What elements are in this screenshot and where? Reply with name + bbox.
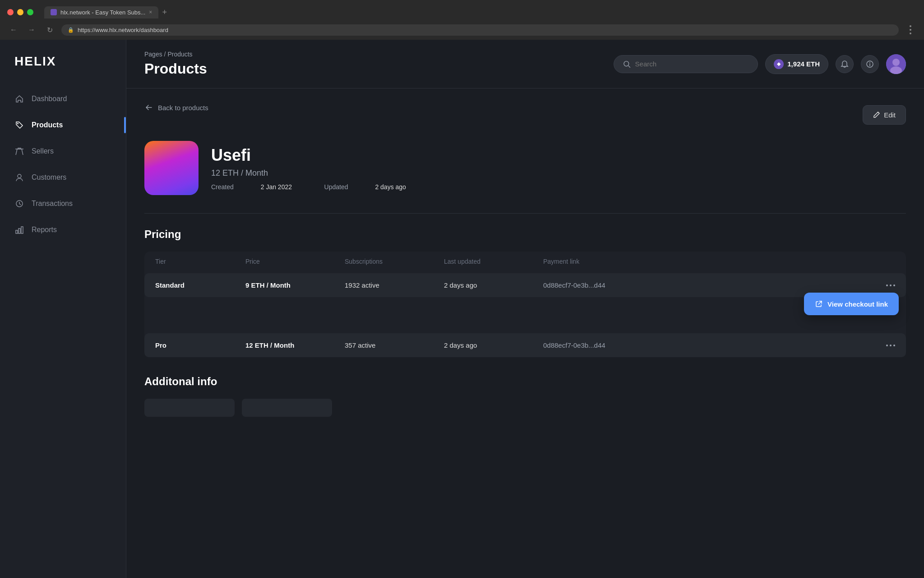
product-details: Usefi 12 ETH / Month Created 2 Jan 2022 … [211,146,406,191]
minimize-window-button[interactable] [17,9,23,15]
new-tab-button[interactable]: + [162,8,167,17]
tag-icon [14,120,24,130]
sidebar-item-sellers[interactable]: Sellers [0,139,126,163]
updated-date: 2 days ago [375,183,406,191]
browser-tabs: hlx.network - Easy Token Subs... × + [0,0,924,20]
breadcrumb-current: Products [167,51,192,58]
back-label: Back to products [158,104,208,112]
browser-menu-button[interactable] [904,23,917,36]
divider [144,213,906,214]
view-checkout-link-popup[interactable]: View checkout link [804,293,899,315]
more-options-standard[interactable] [886,284,895,286]
content-area: Back to products Edit [126,89,924,578]
col-last-updated: Last updated [444,258,543,265]
additional-info-buttons [144,399,906,417]
info-button[interactable] [861,55,879,73]
payment-link-cell: 0d88ecf7-0e3b...d44 [543,281,895,289]
bell-icon [841,60,849,68]
svg-rect-4 [18,228,20,233]
edit-button[interactable]: Edit [863,105,906,125]
product-meta: Created 2 Jan 2022 Updated 2 days ago [211,183,406,191]
eth-balance-badge[interactable]: ◆ 1,924 ETH [765,54,828,74]
browser-tab[interactable]: hlx.network - Easy Token Subs... × [44,6,158,19]
fullscreen-window-button[interactable] [27,9,33,15]
product-image-gradient [144,141,199,195]
col-subscriptions: Subscriptions [345,258,444,265]
header-right: ◆ 1,924 ETH [614,54,906,74]
menu-dot [910,25,911,27]
sidebar-item-products[interactable]: Products [0,113,126,137]
additional-info-placeholder-1 [144,399,235,417]
payment-link-pro: 0d88ecf7-0e3b...d44 [543,341,605,349]
ethereum-icon: ◆ [774,59,784,69]
traffic-lights [7,9,33,15]
tab-close-button[interactable]: × [149,9,152,15]
back-arrow-icon [144,103,153,112]
table-row: Pro 12 ETH / Month 357 active 2 days ago… [144,333,906,357]
product-image [144,141,199,195]
back-to-products-button[interactable]: Back to products [144,103,208,112]
home-icon [14,94,24,104]
table-rows-wrapper: Standard 9 ETH / Month 1932 active 2 day… [144,273,906,357]
sellers-icon [14,146,24,156]
col-tier: Tier [155,258,245,265]
notifications-button[interactable] [836,55,854,73]
lock-icon: 🔒 [68,27,74,33]
svg-point-9 [869,62,870,63]
sidebar-item-customers[interactable]: Customers [0,165,126,190]
sidebar-item-dashboard[interactable]: Dashboard [0,87,126,111]
col-price: Price [245,258,345,265]
product-name: Usefi [211,146,406,165]
more-dot [886,345,888,346]
top-actions: Back to products Edit [144,103,906,126]
external-link-icon [815,300,823,308]
eth-amount: 1,924 ETH [787,60,820,68]
sidebar-item-label: Products [32,121,63,129]
user-avatar[interactable] [886,54,906,74]
sidebar-item-label: Sellers [32,147,54,155]
subscriptions-standard: 1932 active [345,281,444,289]
header-left: Pages / Products Products [144,51,207,77]
more-options-pro[interactable] [886,345,895,346]
more-dot [890,345,892,346]
edit-label: Edit [884,111,896,119]
product-header: Usefi 12 ETH / Month Created 2 Jan 2022 … [144,141,906,195]
sidebar-item-label: Reports [32,226,57,234]
menu-dot [910,29,911,31]
bar-chart-icon [14,225,24,235]
sidebar-item-label: Customers [32,173,66,182]
reload-button[interactable]: ↻ [43,23,56,36]
additional-info-section: Additonal info [144,375,906,417]
payment-link-standard: 0d88ecf7-0e3b...d44 [543,281,605,289]
info-icon [866,60,874,68]
breadcrumb-parent: Pages [144,51,162,58]
address-bar[interactable]: 🔒 https://www.hlx.network/dashboard [61,24,899,36]
back-nav-button[interactable]: ← [7,23,20,36]
page-title: Products [144,61,207,77]
search-input[interactable] [635,60,749,68]
last-updated-pro: 2 days ago [444,341,543,349]
sidebar: HELIX Dashboard Products [0,40,126,578]
subscriptions-pro: 357 active [345,341,444,349]
pricing-section: Pricing Tier Price Subscriptions Last up… [144,228,906,357]
search-bar[interactable] [614,55,758,73]
sidebar-item-label: Transactions [32,200,73,208]
person-icon [14,172,24,182]
created-label: Created [211,183,234,191]
forward-nav-button[interactable]: → [25,23,38,36]
more-dot [893,284,895,286]
browser-nav: ← → ↻ 🔒 https://www.hlx.network/dashboar… [0,20,924,40]
sidebar-item-label: Dashboard [32,95,67,103]
tier-name-standard: Standard [155,281,245,289]
app: HELIX Dashboard Products [0,40,924,578]
circle-arrows-icon [14,199,24,209]
main-area: Pages / Products Products ◆ 1,924 ETH [126,40,924,578]
browser-chrome: hlx.network - Easy Token Subs... × + ← →… [0,0,924,40]
close-window-button[interactable] [7,9,14,15]
tab-favicon [51,9,57,15]
sidebar-item-transactions[interactable]: Transactions [0,191,126,216]
additional-info-title: Additonal info [144,375,906,388]
search-icon [623,60,630,68]
edit-icon [873,111,880,118]
sidebar-item-reports[interactable]: Reports [0,218,126,242]
